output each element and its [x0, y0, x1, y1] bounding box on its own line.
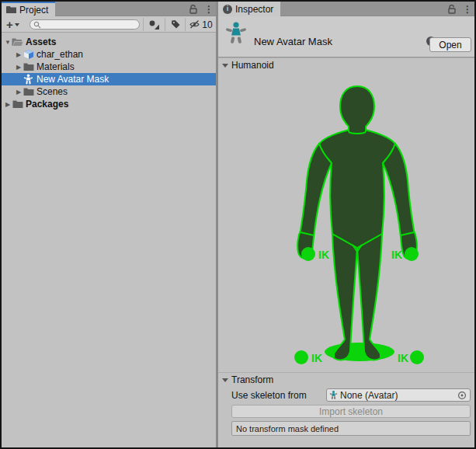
model-cube-icon — [23, 49, 34, 60]
use-skeleton-label: Use skeleton from — [231, 390, 307, 401]
tree-item-materials[interactable]: ▶ Materials — [2, 61, 216, 73]
tree-item-new-avatar-mask[interactable]: New Avatar Mask — [2, 73, 216, 85]
left-hand-ik-dot[interactable] — [301, 247, 315, 261]
lock-icon[interactable] — [189, 5, 198, 14]
foldout-closed-icon[interactable]: ▶ — [15, 64, 23, 71]
foldout-open-icon[interactable]: ▼ — [4, 39, 12, 46]
torso-toggle[interactable] — [319, 130, 395, 248]
humanoid-foldout[interactable]: Humanoid — [218, 57, 474, 72]
tree-item-label: Scenes — [36, 86, 68, 97]
tree-item-assets[interactable]: ▼ Assets — [2, 36, 216, 48]
project-tree: ▼ Assets ▶ char_ethan ▶ Materials — [2, 36, 216, 110]
tree-item-label: char_ethan — [36, 49, 83, 60]
folder-icon — [23, 61, 34, 72]
project-tabbar: Project ⋮ — [2, 2, 216, 16]
project-panel: Project ⋮ + — [2, 2, 216, 447]
chevron-down-icon — [15, 23, 19, 26]
object-picker-icon[interactable] — [457, 391, 467, 400]
import-skeleton-button[interactable]: Import skeleton — [231, 405, 471, 418]
skeleton-field-value: None (Avatar) — [340, 390, 455, 401]
tab-project-label: Project — [19, 5, 48, 16]
foldout-closed-icon[interactable]: ▶ — [15, 89, 23, 96]
filter-by-label-button[interactable] — [165, 16, 185, 33]
no-transform-mask-helpbox: No transform mask defined — [231, 421, 471, 436]
tree-item-label: Materials — [36, 61, 75, 72]
lock-icon[interactable] — [448, 5, 457, 14]
humanoid-body-svg: IK IK IK IK — [264, 80, 466, 367]
project-tabbar-controls: ⋮ — [189, 2, 214, 16]
left-hand-ik-label: IK — [318, 249, 329, 261]
right-leg-toggle[interactable] — [357, 234, 382, 360]
foldout-closed-icon[interactable]: ▶ — [4, 101, 12, 108]
tab-inspector[interactable]: i Inspector — [218, 2, 280, 16]
transform-foldout-label: Transform — [231, 374, 273, 385]
hidden-items-toggle[interactable]: 10 — [186, 16, 216, 33]
right-hand-ik-dot[interactable] — [405, 247, 419, 261]
hidden-count: 10 — [202, 19, 212, 30]
inspector-header: New Avatar Mask ? ⋮ Open — [218, 16, 474, 57]
skeleton-object-field[interactable]: None (Avatar) — [326, 388, 471, 402]
search-input[interactable] — [30, 19, 140, 30]
open-button[interactable]: Open — [429, 37, 471, 52]
left-foot-ik-dot[interactable] — [294, 350, 308, 364]
page-title: New Avatar Mask — [254, 36, 332, 47]
tab-project[interactable]: Project — [2, 2, 55, 16]
info-icon: i — [223, 5, 232, 14]
inspector-panel: i Inspector ⋮ New Avatar Mask ? ⋮ — [218, 2, 474, 447]
right-arm-toggle[interactable] — [383, 144, 417, 259]
avatar-icon — [329, 390, 338, 400]
tag-icon — [170, 19, 181, 30]
inspector-tabbar-controls: ⋮ — [448, 2, 472, 16]
folder-icon — [6, 5, 16, 14]
right-foot-ik-dot[interactable] — [410, 350, 424, 364]
foldout-closed-icon[interactable]: ▶ — [15, 51, 23, 58]
avatar-mask-icon — [23, 74, 34, 85]
create-asset-button[interactable]: + — [2, 16, 23, 32]
left-foot-ik-label: IK — [311, 352, 322, 364]
use-skeleton-row: Use skeleton from None (Avatar) — [218, 388, 474, 403]
humanoid-foldout-label: Humanoid — [231, 60, 274, 71]
tree-item-char-ethan[interactable]: ▶ char_ethan — [2, 48, 216, 61]
folder-icon — [12, 99, 23, 110]
chevron-down-icon — [222, 64, 228, 68]
filter-by-type-icon — [148, 19, 160, 30]
folder-open-icon — [12, 37, 23, 47]
tree-item-packages[interactable]: ▶ Packages — [2, 98, 216, 110]
plus-icon: + — [6, 19, 13, 30]
kebab-menu-icon[interactable]: ⋮ — [463, 5, 472, 14]
left-leg-toggle[interactable] — [332, 234, 357, 360]
avatar-mask-large-icon — [225, 21, 247, 44]
right-foot-ik-label: IK — [398, 352, 408, 364]
tree-item-scenes[interactable]: ▶ Scenes — [2, 85, 216, 98]
transform-foldout[interactable]: Transform — [218, 372, 474, 387]
chevron-down-icon — [222, 378, 228, 382]
avatar-mask-body-diagram: IK IK IK IK — [218, 72, 474, 372]
tree-item-label: New Avatar Mask — [36, 74, 109, 85]
tab-inspector-label: Inspector — [235, 4, 273, 15]
filter-by-type-button[interactable] — [144, 16, 165, 33]
tree-item-label: Packages — [26, 99, 68, 110]
head-toggle[interactable] — [340, 86, 374, 134]
right-hand-ik-label: IK — [391, 249, 402, 261]
tree-item-label: Assets — [26, 37, 56, 47]
kebab-menu-icon[interactable]: ⋮ — [204, 5, 214, 14]
project-toolbar: + 10 — [2, 16, 216, 33]
unity-editor-window: Project ⋮ + — [0, 0, 476, 449]
left-arm-toggle[interactable] — [297, 144, 332, 259]
search-icon — [33, 21, 41, 29]
eye-slash-icon — [189, 19, 201, 30]
inspector-tabbar: i Inspector ⋮ — [218, 2, 474, 16]
folder-icon — [23, 86, 34, 97]
